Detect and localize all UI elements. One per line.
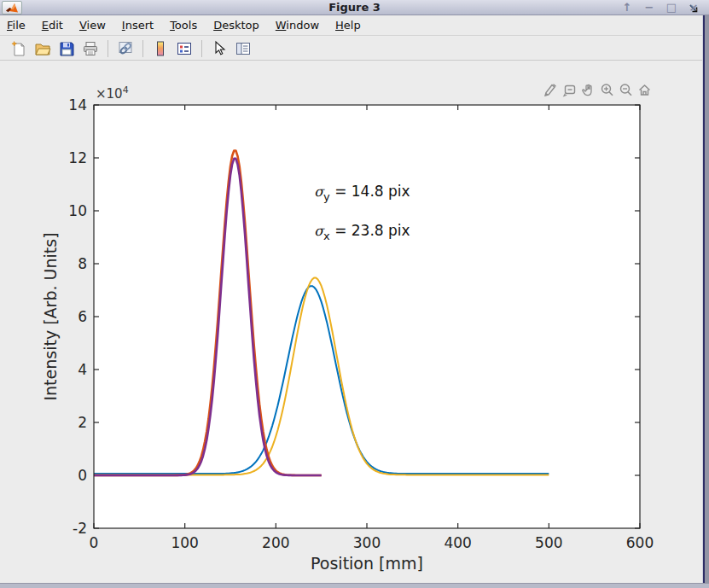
menu-bar: FileEditViewInsertToolsDesktopWindowHelp [0,15,709,36]
menu-insert[interactable]: Insert [122,19,154,32]
y-axis-label: Intensity [Arb. Units] [41,232,60,400]
minimize-button[interactable]: − [642,0,656,15]
x-tick-label: 300 [353,534,381,551]
title-bar: Figure 3 ↑−□× [0,0,709,15]
x-tick-label: 100 [171,534,198,551]
open-folder-icon[interactable] [32,38,54,59]
y-tick-label: -2 [73,520,87,537]
restore-view-icon[interactable] [636,82,652,97]
x-tick-label: 200 [262,534,289,551]
y-tick-label: 8 [78,255,87,272]
close-button[interactable]: × [687,0,700,15]
x-tick-label: 600 [626,534,654,551]
pan-icon[interactable] [580,82,596,97]
menu-view[interactable]: View [79,19,106,32]
toolbar-separator [201,40,202,57]
menu-help[interactable]: Help [335,19,361,32]
menu-window[interactable]: Window [276,19,319,32]
insert-colorbar-icon[interactable] [149,38,171,59]
x-axis-label: Position [mm] [311,554,423,573]
edit-plot-icon[interactable] [208,38,230,59]
new-document-icon[interactable] [8,38,30,59]
save-icon[interactable] [55,38,78,59]
figure-toolbar [0,37,709,61]
y-tick-label: 12 [68,149,87,166]
axes-toolbar [543,82,652,97]
menu-edit[interactable]: Edit [42,19,63,32]
y-axis-exponent: ×104 [96,84,129,102]
brush-icon[interactable] [543,82,558,97]
y-tick-label: 14 [68,96,87,114]
x-tick-label: 400 [444,534,471,551]
datatips-icon[interactable] [561,82,577,97]
y-tick-label: 6 [78,308,87,325]
toolbar-separator [142,40,143,57]
maximize-button[interactable]: □ [665,0,678,15]
x-tick-label: 0 [90,534,99,551]
y-tick-label: 10 [68,202,87,219]
menu-desktop[interactable]: Desktop [213,19,259,32]
print-icon[interactable] [79,38,102,59]
y-tick-label: 4 [78,361,87,378]
figure-canvas: 0100200300400500600-202468101214×104Posi… [0,61,702,583]
window-right-border[interactable] [702,15,709,583]
plot-axes: 0100200300400500600-202468101214×104Posi… [0,61,702,583]
shade-button[interactable]: ↑ [620,0,634,15]
window-controls: ↑−□× [620,0,700,15]
x-tick-label: 500 [535,534,562,551]
insert-legend-icon[interactable] [173,38,195,59]
toolbar-separator [108,40,108,57]
window-bottom-border[interactable] [0,583,709,588]
zoom-in-icon[interactable] [599,82,614,97]
y-tick-label: 2 [78,414,87,431]
figure-window: Figure 3 ↑−□× FileEditViewInsertToolsDes… [0,0,709,588]
link-plot-icon[interactable] [114,38,137,59]
y-tick-label: 0 [78,467,87,484]
menu-file[interactable]: File [7,19,26,32]
zoom-out-icon[interactable] [618,82,633,97]
menu-tools[interactable]: Tools [170,19,197,32]
window-title: Figure 3 [0,1,709,14]
plot-browser-icon[interactable] [232,38,254,59]
